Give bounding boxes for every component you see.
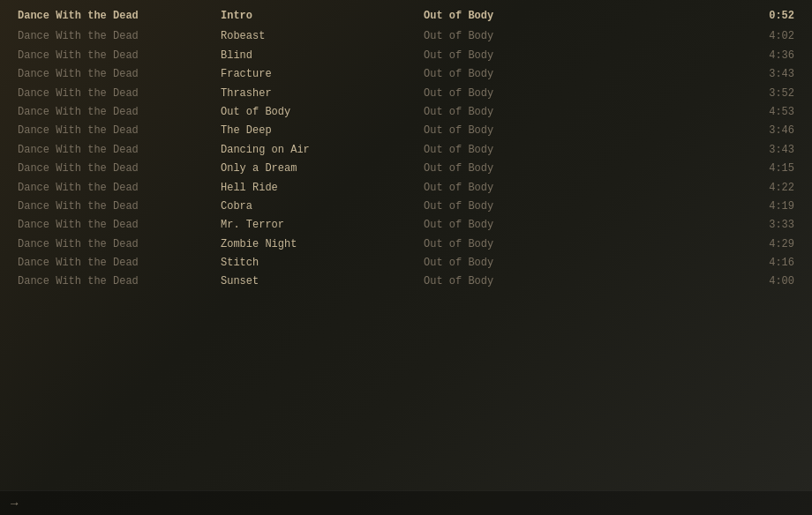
track-duration: 4:19	[769, 199, 794, 214]
track-artist: Dance With the Dead	[18, 161, 221, 176]
track-title: Out of Body	[221, 105, 424, 120]
track-duration: 4:15	[769, 161, 794, 176]
track-title: Only a Dream	[221, 161, 424, 176]
track-album: Out of Body	[424, 67, 600, 82]
track-duration: 4:02	[769, 29, 794, 44]
track-album: Out of Body	[424, 256, 600, 271]
bottom-bar: →	[0, 490, 812, 515]
track-artist: Dance With the Dead	[18, 218, 221, 233]
track-album: Out of Body	[424, 181, 600, 196]
track-artist: Dance With the Dead	[18, 105, 221, 120]
track-title: Cobra	[221, 199, 424, 214]
track-title: Robeast	[221, 29, 424, 44]
track-title: Dancing on Air	[221, 143, 424, 158]
table-row[interactable]: Dance With the DeadZombie NightOut of Bo…	[0, 235, 812, 254]
track-album: Out of Body	[424, 218, 600, 233]
track-album: Out of Body	[424, 29, 600, 44]
track-duration: 4:29	[769, 237, 794, 252]
table-row[interactable]: Dance With the DeadDancing on AirOut of …	[0, 141, 812, 160]
track-artist: Dance With the Dead	[18, 49, 221, 63]
arrow-icon: →	[11, 496, 18, 511]
track-list: Dance With the Dead Intro Out of Body 0:…	[0, 0, 812, 299]
track-duration: 4:00	[769, 274, 794, 289]
track-title: Mr. Terror	[221, 218, 424, 233]
track-title: Hell Ride	[221, 181, 424, 196]
track-duration: 4:16	[769, 256, 794, 271]
track-album: Out of Body	[424, 274, 600, 289]
track-title: Thrasher	[221, 86, 424, 101]
track-album: Out of Body	[424, 49, 600, 63]
track-title: The Deep	[221, 123, 424, 138]
table-row[interactable]: Dance With the DeadFractureOut of Body3:…	[0, 65, 812, 84]
track-album: Out of Body	[424, 105, 600, 120]
track-title: Zombie Night	[221, 237, 424, 252]
track-artist: Dance With the Dead	[18, 237, 221, 252]
track-duration: 4:36	[769, 49, 794, 63]
track-title: Stitch	[221, 256, 424, 271]
track-artist: Dance With the Dead	[18, 67, 221, 82]
table-row[interactable]: Dance With the DeadOut of BodyOut of Bod…	[0, 103, 812, 122]
header-artist: Dance With the Dead	[18, 9, 221, 24]
track-artist: Dance With the Dead	[18, 256, 221, 271]
table-row[interactable]: Dance With the DeadThe DeepOut of Body3:…	[0, 122, 812, 140]
track-artist: Dance With the Dead	[18, 274, 221, 289]
table-row[interactable]: Dance With the DeadSunsetOut of Body4:00	[0, 272, 812, 291]
table-row[interactable]: Dance With the DeadRobeastOut of Body4:0…	[0, 27, 812, 46]
track-artist: Dance With the Dead	[18, 143, 221, 158]
track-album: Out of Body	[424, 123, 600, 138]
track-duration: 4:53	[769, 105, 794, 120]
track-duration: 3:33	[769, 218, 794, 233]
header-title: Intro	[221, 9, 424, 24]
track-title: Sunset	[221, 274, 424, 289]
table-row[interactable]: Dance With the DeadCobraOut of Body4:19	[0, 198, 812, 216]
track-list-header: Dance With the Dead Intro Out of Body 0:…	[0, 7, 812, 26]
track-duration: 3:52	[769, 86, 794, 101]
track-duration: 3:46	[769, 123, 794, 138]
track-album: Out of Body	[424, 199, 600, 214]
track-artist: Dance With the Dead	[18, 123, 221, 138]
track-title: Fracture	[221, 67, 424, 82]
track-duration: 3:43	[769, 67, 794, 82]
track-album: Out of Body	[424, 86, 600, 101]
track-title: Blind	[221, 49, 424, 63]
header-duration: 0:52	[769, 9, 794, 24]
table-row[interactable]: Dance With the DeadHell RideOut of Body4…	[0, 179, 812, 198]
table-row[interactable]: Dance With the DeadBlindOut of Body4:36	[0, 47, 812, 65]
table-row[interactable]: Dance With the DeadOnly a DreamOut of Bo…	[0, 160, 812, 178]
track-album: Out of Body	[424, 237, 600, 252]
table-row[interactable]: Dance With the DeadStitchOut of Body4:16	[0, 254, 812, 272]
track-artist: Dance With the Dead	[18, 181, 221, 196]
track-artist: Dance With the Dead	[18, 29, 221, 44]
track-duration: 3:43	[769, 143, 794, 158]
track-duration: 4:22	[769, 181, 794, 196]
table-row[interactable]: Dance With the DeadThrasherOut of Body3:…	[0, 85, 812, 103]
table-row[interactable]: Dance With the DeadMr. TerrorOut of Body…	[0, 216, 812, 235]
track-album: Out of Body	[424, 161, 600, 176]
track-album: Out of Body	[424, 143, 600, 158]
track-artist: Dance With the Dead	[18, 199, 221, 214]
header-album: Out of Body	[424, 9, 600, 24]
track-artist: Dance With the Dead	[18, 86, 221, 101]
